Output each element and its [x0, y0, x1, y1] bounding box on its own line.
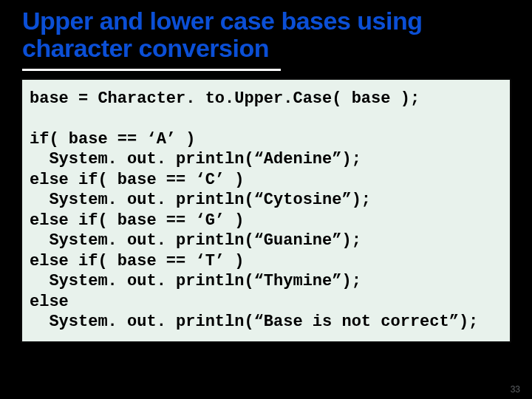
code-box: base = Character. to.Upper.Case( base );… [21, 78, 511, 343]
code-line-11: System. out. println(“Base is not correc… [30, 313, 478, 331]
code-line-8: else if( base == ‘T’ ) [30, 252, 244, 270]
code-line-10: else [30, 293, 69, 311]
code-line-1: base = Character. to.Upper.Case( base ); [30, 89, 420, 108]
code-line-6: else if( base == ‘G’ ) [30, 211, 244, 230]
code-line-3: System. out. println(“Adenine”); [30, 150, 361, 168]
code-line-4: else if( base == ‘C’ ) [30, 171, 244, 189]
slide: Upper and lower case bases using charact… [0, 0, 532, 399]
page-number: 33 [511, 384, 520, 395]
code-line-7: System. out. println(“Guanine”); [30, 231, 361, 250]
code-line-2: if( base == ‘A’ ) [30, 130, 195, 149]
code-line-9: System. out. println(“Thymine”); [30, 272, 361, 290]
code-line-5: System. out. println(“Cytosine”); [30, 191, 371, 209]
title-underline [22, 69, 281, 71]
slide-title: Upper and lower case bases using charact… [0, 0, 532, 69]
